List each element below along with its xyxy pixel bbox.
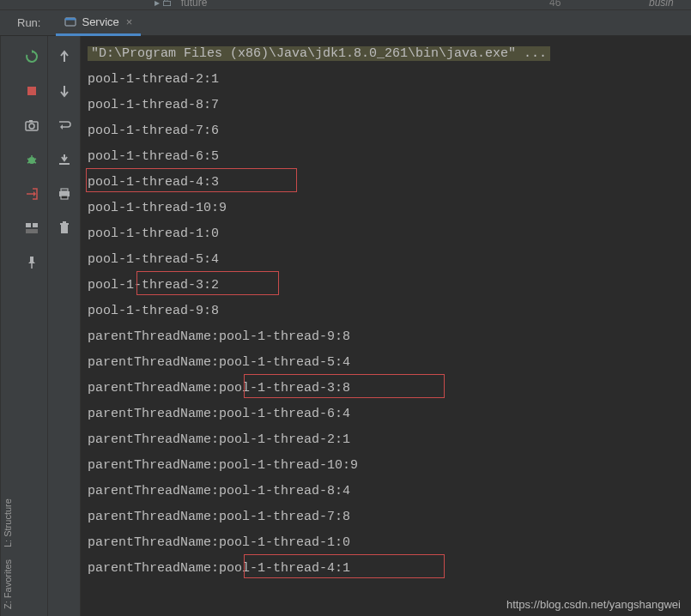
pin-icon[interactable] bbox=[23, 254, 40, 271]
console-line: parentThreadName:pool-1-thread-8:4 bbox=[88, 479, 686, 504]
console-line: parentThreadName:pool-1-thread-7:8 bbox=[88, 504, 686, 530]
print-icon[interactable] bbox=[56, 185, 73, 202]
svg-line-12 bbox=[34, 162, 36, 163]
exit-icon[interactable] bbox=[23, 185, 40, 202]
console-line: parentThreadName:pool-1-thread-5:4 bbox=[88, 350, 686, 376]
console-line: parentThreadName:pool-1-thread-3:8 bbox=[88, 376, 686, 402]
console-line: pool-1-thread-5:4 bbox=[88, 247, 686, 273]
run-tool-body: Z: Favorites L: Structure bbox=[0, 36, 691, 616]
console-line: pool-1-thread-9:8 bbox=[88, 299, 686, 324]
console-output[interactable]: "D:\Program Files (x86)\Java\jdk1.8.0_26… bbox=[81, 36, 691, 616]
svg-rect-27 bbox=[61, 196, 68, 199]
cmd-text: "D:\Program Files (x86)\Java\jdk1.8.0_26… bbox=[88, 46, 550, 61]
svg-rect-28 bbox=[61, 225, 68, 233]
console-line: parentThreadName:pool-1-thread-6:4 bbox=[88, 402, 686, 427]
svg-point-7 bbox=[28, 157, 35, 164]
arrow-up-icon[interactable] bbox=[56, 48, 73, 65]
console-line: pool-1-thread-1:0 bbox=[88, 221, 686, 247]
svg-marker-22 bbox=[60, 124, 63, 130]
svg-rect-30 bbox=[63, 221, 66, 223]
console-line: parentThreadName:pool-1-thread-9:8 bbox=[88, 324, 686, 350]
layout-icon[interactable] bbox=[23, 220, 40, 237]
fragment-folder-label: future bbox=[181, 0, 208, 9]
console-line: pool-1-thread-8:7 bbox=[88, 93, 686, 118]
run-tab-label: Service bbox=[82, 15, 118, 28]
console-line: pool-1-thread-3:2 bbox=[88, 273, 686, 299]
arrow-down-icon[interactable] bbox=[56, 82, 73, 100]
svg-line-11 bbox=[27, 162, 29, 163]
console-line: parentThreadName:pool-1-thread-4:1 bbox=[88, 556, 686, 582]
stop-icon[interactable] bbox=[23, 82, 40, 100]
fragment-code: busin bbox=[649, 0, 674, 5]
run-gutter-secondary bbox=[48, 36, 81, 616]
console-line: pool-1-thread-4:3 bbox=[88, 170, 686, 196]
soft-wrap-icon[interactable] bbox=[56, 117, 73, 134]
console-line: parentThreadName:pool-1-thread-1:0 bbox=[88, 530, 686, 556]
svg-rect-3 bbox=[27, 87, 36, 95]
svg-rect-17 bbox=[26, 229, 38, 233]
app-run-icon bbox=[64, 15, 76, 27]
run-tool-header: Run: Service × bbox=[0, 10, 691, 36]
run-tab-service[interactable]: Service × bbox=[56, 10, 141, 36]
run-label: Run: bbox=[0, 16, 49, 29]
svg-rect-15 bbox=[26, 223, 31, 227]
folder-icon: ▸ 🗀 bbox=[155, 0, 173, 9]
console-line: parentThreadName:pool-1-thread-2:1 bbox=[88, 427, 686, 453]
console-line: pool-1-thread-7:6 bbox=[88, 118, 686, 144]
rerun-icon[interactable] bbox=[23, 48, 40, 65]
run-gutter-primary bbox=[15, 36, 48, 616]
console-line: parentThreadName:pool-1-thread-10:9 bbox=[88, 453, 686, 479]
svg-point-5 bbox=[29, 124, 34, 129]
console-cmd-line: "D:\Program Files (x86)\Java\jdk1.8.0_26… bbox=[88, 41, 686, 67]
tool-window-stripe[interactable]: Z: Favorites L: Structure bbox=[0, 36, 15, 616]
console-line: pool-1-thread-6:5 bbox=[88, 144, 686, 170]
debug-icon[interactable] bbox=[23, 151, 40, 168]
fragment-line-number: 46 bbox=[549, 0, 561, 5]
svg-rect-16 bbox=[33, 223, 38, 227]
close-icon[interactable]: × bbox=[126, 15, 133, 28]
scroll-to-end-icon[interactable] bbox=[56, 151, 73, 168]
editor-fragment-top: ▸ 🗀 future 46 busin bbox=[0, 0, 691, 10]
console-line: pool-1-thread-10:9 bbox=[88, 196, 686, 221]
svg-rect-6 bbox=[29, 120, 33, 122]
camera-icon[interactable] bbox=[23, 117, 40, 134]
svg-line-9 bbox=[27, 159, 29, 160]
structure-tool-tab[interactable]: L: Structure bbox=[3, 498, 14, 547]
svg-marker-18 bbox=[28, 257, 35, 263]
favorites-tool-tab[interactable]: Z: Favorites bbox=[3, 559, 14, 609]
watermark-text: https://blog.csdn.net/yangshangwei bbox=[506, 598, 681, 611]
svg-marker-14 bbox=[33, 191, 36, 196]
trash-icon[interactable] bbox=[56, 220, 73, 237]
svg-rect-26 bbox=[61, 189, 68, 191]
svg-line-10 bbox=[34, 159, 36, 160]
svg-rect-1 bbox=[65, 18, 76, 21]
svg-rect-29 bbox=[60, 223, 69, 225]
console-line: pool-1-thread-2:1 bbox=[88, 67, 686, 93]
